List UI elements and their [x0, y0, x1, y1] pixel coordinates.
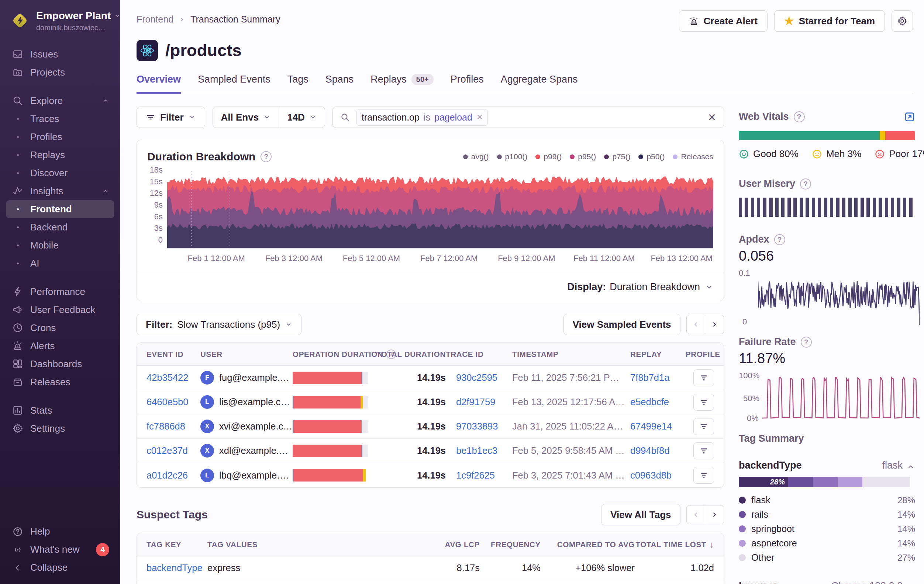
legend-item[interactable]: avg() [463, 152, 489, 161]
sidebar-item-explore[interactable]: Explore [6, 92, 114, 110]
replay-link[interactable]: c0963d8b [630, 470, 672, 481]
pager-prev-button[interactable] [686, 315, 706, 334]
sidebar-item-replays[interactable]: Replays [6, 146, 114, 164]
search-token[interactable]: transaction.op is pageload ✕ [356, 109, 488, 126]
column-header[interactable]: TOTAL TIME LOST↓ [635, 540, 714, 550]
profile-button[interactable] [693, 394, 714, 411]
sidebar-item-stats[interactable]: Stats [6, 401, 114, 419]
tag-selected-value[interactable]: Chrome 133.0.0 [831, 580, 915, 584]
tab-overview[interactable]: Overview [137, 74, 181, 94]
column-header[interactable]: USER [200, 350, 293, 359]
sidebar-item-frontend[interactable]: Frontend [6, 200, 114, 218]
profile-button[interactable] [693, 467, 714, 484]
tag-legend-row[interactable]: flask28% [739, 493, 915, 507]
transaction-settings-button[interactable] [891, 10, 913, 32]
tag-legend-row[interactable]: rails14% [739, 507, 915, 522]
tag-key-link[interactable]: backendType [147, 563, 203, 573]
help-icon[interactable]: ? [801, 337, 812, 348]
sidebar-item-profiles[interactable]: Profiles [6, 128, 114, 146]
tab-profiles[interactable]: Profiles [450, 74, 484, 94]
event-id-link[interactable]: c012e37d [147, 445, 188, 456]
event-id-link[interactable]: 42b35422 [147, 372, 188, 383]
trace-id-link[interactable]: 930c2595 [456, 372, 497, 383]
duration-breakdown-chart[interactable] [167, 169, 713, 248]
tab-aggregate-spans[interactable]: Aggregate Spans [501, 74, 578, 94]
column-header[interactable]: TOTAL DURATION [387, 350, 446, 359]
sidebar-item-projects[interactable]: Projects [6, 63, 114, 81]
starred-for-team-button[interactable]: ★ Starred for Team [774, 10, 885, 32]
sidebar-item-crons[interactable]: Crons [6, 319, 114, 337]
sidebar-item-releases[interactable]: Releases [6, 373, 114, 391]
column-header[interactable]: FREQUENCY [480, 540, 541, 549]
sidebar-item-what-s-new[interactable]: What's new4 [6, 541, 114, 559]
tab-tags[interactable]: Tags [287, 74, 309, 94]
profile-button[interactable] [693, 418, 714, 435]
org-switcher[interactable]: Empower Plant dominik.buszowiec… [0, 10, 120, 32]
tag-distribution-bar[interactable]: 28% [739, 477, 915, 487]
help-icon[interactable]: ? [261, 151, 272, 162]
breadcrumb-frontend[interactable]: Frontend [137, 14, 173, 25]
tab-sampled-events[interactable]: Sampled Events [198, 74, 271, 94]
legend-item[interactable]: p75() [604, 152, 630, 161]
legend-item[interactable]: p100() [497, 152, 528, 161]
search-input[interactable]: transaction.op is pageload ✕ ✕ [332, 107, 724, 128]
replay-link[interactable]: 7f8b7d1a [630, 372, 669, 383]
tab-replays[interactable]: Replays50+ [371, 74, 433, 94]
pager-prev-button[interactable] [686, 505, 706, 524]
profile-button[interactable] [693, 369, 714, 387]
column-header[interactable]: TAG KEY [147, 540, 207, 549]
sidebar-item-performance[interactable]: Performance [6, 283, 114, 301]
column-header[interactable]: OPERATION DURATION? [293, 349, 387, 359]
replay-link[interactable]: d994bf8d [630, 445, 669, 456]
create-alert-button[interactable]: Create Alert [679, 10, 767, 32]
event-id-link[interactable]: a01d2c26 [147, 470, 188, 481]
search-clear-icon[interactable]: ✕ [708, 111, 716, 123]
view-all-tags-button[interactable]: View All Tags [601, 504, 680, 525]
profile-button[interactable] [693, 443, 714, 459]
column-header[interactable]: COMPARED TO AVG [541, 540, 635, 549]
column-header[interactable]: TRACE ID [446, 350, 512, 359]
sidebar-item-discover[interactable]: Discover [6, 164, 114, 182]
column-header[interactable]: AVG LCP [428, 540, 480, 549]
legend-item[interactable]: Releases [673, 152, 713, 161]
column-header[interactable]: TAG VALUES [207, 540, 428, 549]
sidebar-item-traces[interactable]: Traces [6, 110, 114, 128]
column-header[interactable]: EVENT ID [147, 350, 200, 359]
failure-rate-chart[interactable] [762, 372, 919, 421]
legend-item[interactable]: p99() [535, 152, 562, 161]
sidebar-item-dashboards[interactable]: Dashboards [6, 355, 114, 373]
column-header[interactable]: TIMESTAMP [512, 350, 630, 359]
user-misery-chart[interactable] [739, 197, 915, 217]
tag-legend-row[interactable]: springboot14% [739, 522, 915, 536]
filter-button[interactable]: Filter [137, 107, 205, 128]
tag-legend-row[interactable]: Other27% [739, 551, 915, 565]
help-icon[interactable]: ? [800, 178, 811, 189]
sidebar-item-user-feedback[interactable]: User Feedback [6, 301, 114, 319]
web-vitals-bar[interactable] [739, 131, 915, 140]
display-selector[interactable]: Display: Duration Breakdown [137, 273, 724, 301]
event-id-link[interactable]: 6460e5b0 [147, 397, 188, 407]
sidebar-item-backend[interactable]: Backend [6, 218, 114, 236]
date-range-selector[interactable]: 14D [279, 107, 325, 128]
sidebar-item-help[interactable]: Help [6, 522, 114, 541]
sidebar-item-alerts[interactable]: Alerts [6, 337, 114, 355]
trace-id-link[interactable]: d2f91759 [456, 397, 495, 407]
replay-link[interactable]: e5edbcfe [630, 397, 669, 407]
pager-next-button[interactable] [705, 505, 724, 524]
sidebar-item-insights[interactable]: Insights [6, 182, 114, 200]
column-header[interactable]: REPLAY [630, 350, 686, 359]
legend-item[interactable]: p50() [639, 152, 665, 161]
trace-id-link[interactable]: be1b1ec3 [456, 445, 497, 456]
replay-link[interactable]: 67499e14 [630, 421, 672, 432]
sidebar-item-issues[interactable]: Issues [6, 45, 114, 63]
help-icon[interactable]: ? [794, 111, 805, 122]
trace-id-link[interactable]: 97033893 [456, 421, 498, 432]
event-id-link[interactable]: fc7886d8 [147, 421, 185, 432]
legend-item[interactable]: p95() [570, 152, 596, 161]
help-icon[interactable]: ? [774, 234, 785, 245]
transactions-filter-button[interactable]: Filter: Slow Transactions (p95) [137, 314, 302, 335]
column-header[interactable]: PROFILE [686, 350, 720, 359]
sidebar-item-settings[interactable]: Settings [6, 419, 114, 438]
view-sampled-events-button[interactable]: View Sampled Events [563, 314, 680, 335]
trace-id-link[interactable]: 1c9f2625 [456, 470, 495, 481]
